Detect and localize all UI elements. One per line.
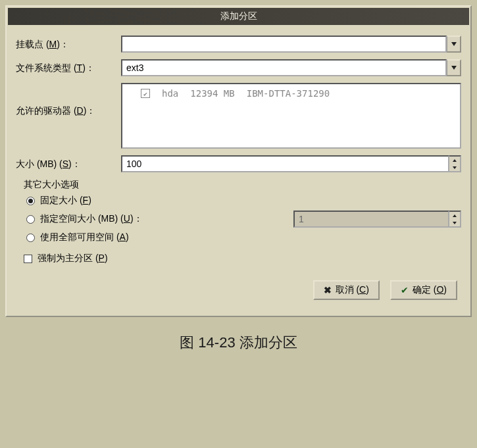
allowed-drives-list[interactable]: ✔ hda 12394 MB IBM-DTTA-371290	[121, 83, 461, 149]
size-spinner[interactable]	[121, 155, 461, 172]
fixed-size-label: 固定大小 (F)	[40, 195, 91, 207]
fs-type-dropdown-button[interactable]	[447, 59, 461, 76]
specify-size-radio[interactable]	[26, 215, 35, 224]
chevron-up-icon	[453, 159, 457, 162]
size-label: 大小 (MB) (S)：	[16, 157, 121, 170]
size-decrement-button[interactable]	[449, 164, 460, 171]
ok-button-label: 确定 (O)	[413, 284, 447, 296]
cancel-button-label: 取消 (C)	[336, 284, 369, 296]
size-increment-button[interactable]	[449, 157, 460, 164]
chevron-down-icon	[453, 166, 457, 169]
force-primary-checkbox[interactable]	[24, 255, 32, 263]
size-options-group-label: 其它大小选项	[24, 179, 461, 191]
chevron-down-icon	[451, 42, 457, 46]
mount-point-label: 挂载点 (M)：	[16, 37, 121, 51]
drive-size: 12394 MB	[190, 88, 234, 99]
mount-point-combo[interactable]	[121, 36, 461, 53]
specify-decrement-button	[449, 219, 460, 226]
fs-type-label: 文件系统类型 (T)：	[16, 61, 121, 74]
fixed-size-radio[interactable]	[26, 197, 35, 205]
specify-size-input	[293, 211, 449, 228]
size-input[interactable]	[121, 155, 449, 172]
add-partition-dialog: 添加分区 挂载点 (M)： 文件系统类型 (T)：	[5, 5, 472, 317]
ok-icon: ✔	[401, 285, 409, 295]
mount-point-input[interactable]	[121, 36, 447, 53]
dialog-title: 添加分区	[8, 8, 469, 25]
dialog-content: 挂载点 (M)： 文件系统类型 (T)：	[8, 29, 469, 314]
ok-button[interactable]: ✔ 确定 (O)	[390, 280, 457, 300]
drive-checkbox[interactable]: ✔	[141, 89, 150, 98]
specify-size-spinner	[293, 211, 461, 228]
specify-size-label: 指定空间大小 (MB) (U)：	[40, 213, 143, 225]
fill-space-label: 使用全部可用空间 (A)	[40, 232, 129, 243]
drive-dev: hda	[162, 88, 178, 99]
fs-type-combo[interactable]	[121, 59, 461, 76]
fill-space-radio[interactable]	[26, 234, 35, 242]
cancel-icon: ✖	[324, 285, 332, 295]
chevron-down-icon	[451, 66, 457, 70]
drive-model: IBM-DTTA-371290	[247, 88, 330, 99]
mount-point-dropdown-button[interactable]	[447, 36, 461, 53]
specify-increment-button	[449, 212, 460, 219]
chevron-down-icon	[453, 222, 457, 224]
chevron-up-icon	[453, 214, 457, 217]
figure-caption: 图 14-23 添加分区	[5, 333, 472, 353]
fs-type-input[interactable]	[121, 59, 447, 76]
drive-row[interactable]: ✔ hda 12394 MB IBM-DTTA-371290	[128, 87, 455, 100]
force-primary-label: 强制为主分区 (P)	[38, 253, 108, 264]
cancel-button[interactable]: ✖ 取消 (C)	[313, 280, 380, 300]
allowed-drives-label: 允许的驱动器 (D)：	[16, 83, 121, 117]
